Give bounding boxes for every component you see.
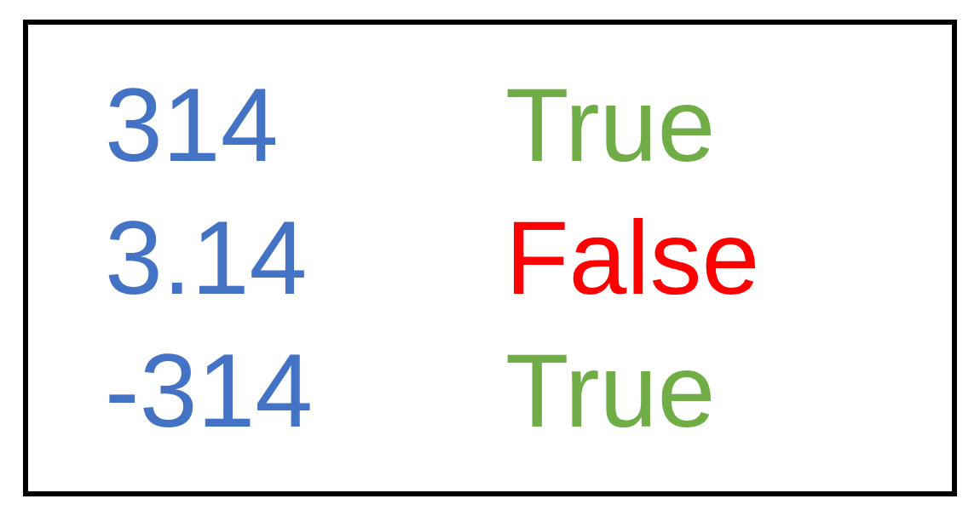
value-2: 3.14	[105, 206, 505, 310]
row-2: 3.14 False	[105, 206, 875, 310]
row-1: 314 True	[105, 73, 875, 177]
value-3: -314	[105, 339, 505, 443]
value-1: 314	[105, 73, 505, 177]
result-3: True	[505, 339, 715, 443]
result-1: True	[505, 73, 715, 177]
result-2: False	[505, 206, 759, 310]
diagram-frame: 314 True 3.14 False -314 True	[23, 20, 957, 496]
row-3: -314 True	[105, 339, 875, 443]
